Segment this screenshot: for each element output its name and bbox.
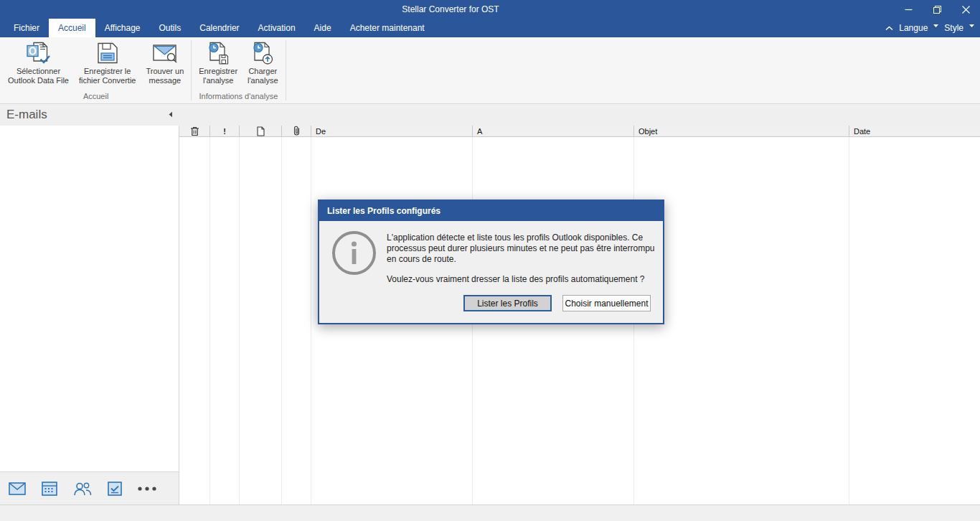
triangle-left-icon xyxy=(168,111,173,118)
tab-aide[interactable]: Aide xyxy=(305,19,341,37)
dialog-body: L'application détecte et liste tous les … xyxy=(319,221,663,323)
collapse-ribbon-button[interactable] xyxy=(885,26,893,31)
calendar-nav-button[interactable] xyxy=(42,482,57,496)
dialog-title: Lister les Profils configurés xyxy=(327,206,440,216)
ribbon-group-accueil: Sélectionner Outlook Data File Enregistr… xyxy=(3,37,189,103)
menubar-right: Langue Style xyxy=(885,19,974,37)
document-icon xyxy=(257,126,265,136)
emails-tree-area xyxy=(0,126,179,471)
chevron-up-icon xyxy=(885,26,893,31)
dialog-message: L'application détecte et liste tous les … xyxy=(387,233,656,265)
caret-down-icon xyxy=(933,24,938,27)
save-scan-button[interactable]: Enregistrer l'analyse xyxy=(194,39,242,86)
lister-les-profils-button[interactable]: Lister les Profils xyxy=(463,295,552,311)
load-scan-icon xyxy=(250,42,275,65)
list-profiles-dialog: Lister les Profils configurés L'applicat… xyxy=(318,200,664,324)
importance-icon: ! xyxy=(223,127,226,136)
column-header-date[interactable]: Date xyxy=(849,126,979,136)
select-outlook-data-file-icon xyxy=(25,42,51,65)
ribbon-group-label-accueil: Accueil xyxy=(3,92,189,103)
tab-outils[interactable]: Outils xyxy=(150,19,191,37)
select-outlook-data-file-button[interactable]: Sélectionner Outlook Data File xyxy=(4,39,73,86)
save-scan-icon xyxy=(205,42,231,65)
column-header-de[interactable]: De xyxy=(311,126,473,136)
find-message-icon xyxy=(152,42,178,65)
mail-list-header: ! De A Objet Date xyxy=(179,126,980,137)
contacts-icon xyxy=(73,482,92,496)
window-title: Stellar Converter for OST xyxy=(0,0,901,19)
caret-down-icon xyxy=(969,24,974,27)
column-header-item-type[interactable] xyxy=(240,126,282,136)
load-scan-button[interactable]: Charger l'analyse xyxy=(243,39,282,86)
choisir-manuellement-button[interactable]: Choisir manuellement xyxy=(562,295,651,311)
tab-acheter-maintenant[interactable]: Acheter maintenant xyxy=(341,19,434,37)
ribbon-group-label-informations-analyse: Informations d'analyse xyxy=(194,92,283,103)
ribbon-group-separator xyxy=(191,40,192,100)
window-controls xyxy=(894,0,980,19)
mail-nav-button[interactable] xyxy=(9,482,26,495)
restore-icon xyxy=(933,6,941,14)
ribbon-group-separator xyxy=(286,40,286,100)
style-caret-button[interactable] xyxy=(969,24,974,27)
attachment-icon xyxy=(293,126,300,136)
column-header-attachment[interactable] xyxy=(282,126,311,136)
window-titlebar[interactable]: Stellar Converter for OST xyxy=(0,0,980,19)
minimize-button[interactable] xyxy=(894,0,923,19)
dialog-titlebar[interactable]: Lister les Profils configurés xyxy=(319,201,663,221)
save-converted-file-icon xyxy=(95,42,121,65)
tab-affichage[interactable]: Affichage xyxy=(95,19,150,37)
contacts-nav-button[interactable] xyxy=(73,482,92,496)
status-bar xyxy=(0,504,980,521)
trash-icon xyxy=(190,126,199,136)
more-icon xyxy=(138,487,156,491)
emails-panel-header: E-mails xyxy=(0,104,179,126)
emails-sidebar xyxy=(0,126,179,504)
column-header-importance[interactable]: ! xyxy=(210,126,240,136)
panel-collapse-button[interactable] xyxy=(168,111,173,118)
ribbon-group-informations-analyse: Enregistrer l'analyse Charger l'analyse … xyxy=(194,37,283,103)
tab-fichier[interactable]: Fichier xyxy=(4,19,49,37)
tasks-nav-button[interactable] xyxy=(108,482,122,496)
tab-calendrier[interactable]: Calendrier xyxy=(190,19,248,37)
mail-icon xyxy=(9,482,26,495)
menu-tabs: Fichier Accueil Affichage Outils Calendr… xyxy=(4,19,434,37)
save-converted-file-button[interactable]: Enregistrer le fichier Convertie xyxy=(75,39,140,86)
module-nav-bar xyxy=(0,471,179,504)
calendar-icon xyxy=(42,482,57,496)
more-nav-button[interactable] xyxy=(138,487,156,491)
close-icon xyxy=(962,6,970,14)
ribbon: Sélectionner Outlook Data File Enregistr… xyxy=(0,37,980,104)
style-menu[interactable]: Style xyxy=(944,23,963,33)
column-header-a[interactable]: A xyxy=(473,126,634,136)
langue-menu[interactable]: Langue xyxy=(899,23,928,33)
column-header-delete[interactable] xyxy=(179,126,210,136)
close-button[interactable] xyxy=(951,0,980,19)
column-header-objet[interactable]: Objet xyxy=(634,126,849,136)
restore-button[interactable] xyxy=(923,0,951,19)
minimize-icon xyxy=(905,6,913,14)
langue-caret-button[interactable] xyxy=(933,24,938,27)
tasks-icon xyxy=(108,482,122,496)
dialog-question: Voulez-vous vraiment dresser la liste de… xyxy=(387,274,656,285)
menubar: Fichier Accueil Affichage Outils Calendr… xyxy=(0,19,980,37)
panel-header-band: E-mails xyxy=(0,104,980,126)
info-icon xyxy=(331,230,377,294)
tab-accueil[interactable]: Accueil xyxy=(49,19,95,37)
tab-activation[interactable]: Activation xyxy=(249,19,305,37)
panel-title: E-mails xyxy=(6,108,47,122)
find-message-button[interactable]: Trouver un message xyxy=(141,39,188,86)
dialog-buttons: Lister les Profils Choisir manuellement xyxy=(463,295,651,311)
